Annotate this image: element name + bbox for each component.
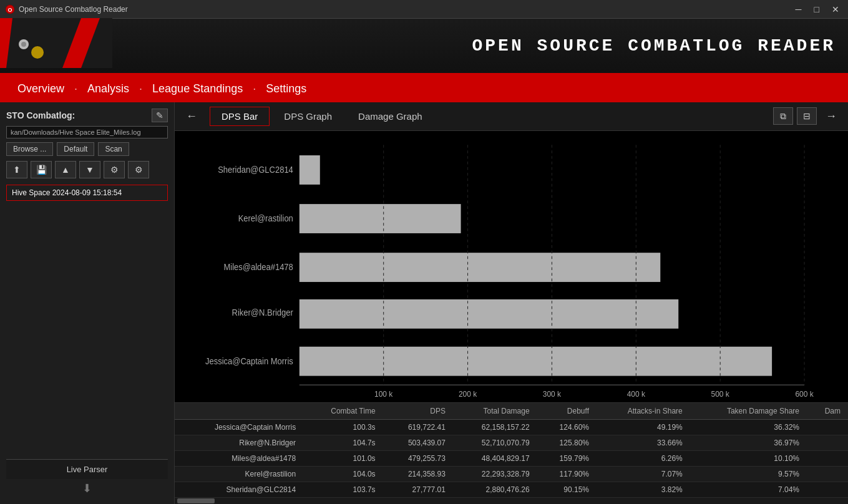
chart-area: Sheridan@GLC2814 Kerel@rastilion Miles@a…: [175, 131, 848, 402]
copy-button[interactable]: ⧉: [773, 107, 793, 125]
col-total-damage: Total Damage: [453, 403, 537, 420]
filter-icon: ⚙: [135, 165, 143, 175]
sto-edit-button[interactable]: ✎: [152, 109, 168, 122]
col-name: [175, 403, 303, 420]
copy-icon: ⧉: [780, 111, 786, 122]
table-cell: [807, 467, 848, 482]
close-button[interactable]: ✕: [828, 4, 843, 14]
nav-analysis[interactable]: Analysis: [82, 80, 134, 98]
down-button[interactable]: ▼: [79, 161, 100, 178]
sidebar: STO Combatlog: ✎ kan/Downloads/Hive Spac…: [0, 102, 175, 504]
app-header: OPEN SOURCE COMBATLOG READER: [0, 19, 848, 75]
upload-icon: ⬆: [13, 165, 21, 175]
table-row: Miles@aldea#1478101.0s479,255.7348,404,8…: [175, 451, 848, 467]
default-button[interactable]: Default: [57, 142, 94, 156]
maximize-button[interactable]: □: [811, 4, 823, 14]
download-icon-area: ⬇: [6, 479, 168, 498]
sidebar-bottom: Live Parser ⬇: [6, 459, 168, 498]
nav-sep-3: ·: [253, 82, 256, 95]
filter-button[interactable]: ⚙: [128, 161, 149, 178]
title-bar-app-name: Open Source Combatlog Reader: [19, 5, 128, 14]
table-cell: 3.82%: [597, 482, 690, 498]
forward-button[interactable]: →: [821, 107, 842, 125]
nav-bar: Overview · Analysis · League Standings ·…: [0, 75, 848, 102]
tab-dps-bar[interactable]: DPS Bar: [210, 107, 270, 126]
svg-text:Jessica@Captain Morris: Jessica@Captain Morris: [205, 356, 293, 366]
nav-sep-2: ·: [139, 82, 142, 95]
col-combat-time: Combat Time: [303, 403, 383, 420]
svg-rect-15: [300, 204, 461, 233]
upload-button[interactable]: ⬆: [6, 161, 27, 178]
svg-text:Miles@aldea#1478: Miles@aldea#1478: [224, 262, 294, 272]
table-cell: 9.57%: [690, 467, 807, 482]
svg-text:Kerel@rastilion: Kerel@rastilion: [238, 213, 293, 223]
svg-text:O: O: [7, 7, 12, 13]
table-cell: Sheridan@GLC2814: [175, 482, 303, 498]
browse-button[interactable]: Browse ...: [6, 142, 53, 156]
combat-item-label: Hive Space 2024-08-09 15:18:54: [12, 188, 122, 197]
table-scroll-thumb[interactable]: [177, 498, 215, 503]
settings-icon: ⚙: [110, 165, 119, 175]
table-cell: 36.32%: [690, 420, 807, 435]
up-button[interactable]: ▲: [55, 161, 76, 178]
logo-svg: [0, 18, 112, 68]
table-area: Combat Time DPS Total Damage Debuff Atta…: [175, 402, 848, 504]
live-parser-button[interactable]: Live Parser: [6, 459, 168, 479]
content-area: ← DPS Bar DPS Graph Damage Graph ⧉ ⊟ →: [175, 102, 848, 504]
table-row: Riker@N.Bridger104.7s503,439.0752,710,07…: [175, 435, 848, 451]
table-scroll-bar[interactable]: [175, 498, 848, 504]
table-cell: 159.79%: [537, 451, 597, 467]
nav-sep-1: ·: [74, 82, 77, 95]
table-cell: 22,293,328.79: [453, 467, 537, 482]
combat-item[interactable]: Hive Space 2024-08-09 15:18:54: [6, 185, 168, 201]
table-row: Sheridan@GLC2814103.7s27,777.012,880,476…: [175, 482, 848, 498]
nav-league-standings[interactable]: League Standings: [147, 80, 248, 98]
table-row: Jessica@Captain Morris100.3s619,722.4162…: [175, 420, 848, 435]
table-cell: 479,255.73: [383, 451, 453, 467]
svg-text:500 k: 500 k: [711, 389, 730, 399]
back-button[interactable]: ←: [181, 107, 202, 125]
save-button[interactable]: 💾: [31, 161, 52, 178]
table-cell: [807, 451, 848, 467]
minimize-button[interactable]: ─: [792, 4, 806, 14]
table-cell: 6.26%: [597, 451, 690, 467]
col-debuff: Debuff: [537, 403, 597, 420]
col-taken-damage: Taken Damage Share: [690, 403, 807, 420]
svg-rect-18: [300, 347, 772, 376]
scan-button[interactable]: Scan: [98, 142, 129, 156]
nav-overview[interactable]: Overview: [12, 80, 69, 98]
tab-dps-graph-label: DPS Graph: [284, 111, 332, 122]
table-cell: 619,722.41: [383, 420, 453, 435]
col-attacks-share: Attacks-in Share: [597, 403, 690, 420]
table-cell: 52,710,070.79: [453, 435, 537, 451]
main-layout: STO Combatlog: ✎ kan/Downloads/Hive Spac…: [0, 102, 848, 504]
table-cell: Riker@N.Bridger: [175, 435, 303, 451]
table-cell: 124.60%: [537, 420, 597, 435]
svg-text:100 k: 100 k: [374, 389, 393, 399]
svg-text:300 k: 300 k: [543, 389, 562, 399]
table-cell: [807, 420, 848, 435]
data-table: Combat Time DPS Total Damage Debuff Atta…: [175, 403, 848, 498]
table-cell: [807, 482, 848, 498]
table-cell: 104.0s: [303, 467, 383, 482]
table-cell: [807, 435, 848, 451]
svg-point-7: [21, 42, 26, 47]
svg-rect-16: [300, 253, 660, 282]
tab-dps-graph[interactable]: DPS Graph: [272, 107, 344, 126]
svg-text:Sheridan@GLC2814: Sheridan@GLC2814: [218, 165, 293, 175]
table-cell: 10.10%: [690, 451, 807, 467]
tab-damage-graph[interactable]: Damage Graph: [346, 107, 434, 126]
nav-settings[interactable]: Settings: [261, 80, 311, 98]
tab-damage-graph-label: Damage Graph: [358, 111, 422, 122]
toolbar-row: ⬆ 💾 ▲ ▼ ⚙ ⚙: [6, 161, 168, 178]
layout-button[interactable]: ⊟: [797, 107, 817, 125]
title-bar: O Open Source Combatlog Reader ─ □ ✕: [0, 0, 848, 19]
file-path: kan/Downloads/Hive Space Elite_Miles.log: [6, 126, 168, 138]
table-row: Kerel@rastilion104.0s214,358.9322,293,32…: [175, 467, 848, 482]
settings-button[interactable]: ⚙: [104, 161, 125, 178]
svg-text:400 k: 400 k: [627, 389, 646, 399]
download-icon: ⬇: [82, 482, 92, 495]
app-title: OPEN SOURCE COMBATLOG READER: [175, 36, 848, 56]
table-header-row: Combat Time DPS Total Damage Debuff Atta…: [175, 403, 848, 420]
up-icon: ▲: [61, 165, 70, 175]
